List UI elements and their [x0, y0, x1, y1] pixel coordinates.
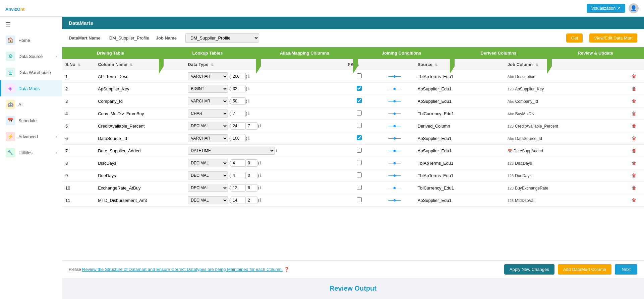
dtype-precision-input[interactable]: [231, 184, 246, 192]
mapping-arrow-icon[interactable]: —●—: [388, 160, 400, 166]
visualization-button[interactable]: Visualization ↗: [587, 4, 625, 13]
delete-row-icon[interactable]: 🗑: [632, 111, 636, 116]
info-icon[interactable]: ℹ: [260, 160, 261, 165]
delete-row-icon[interactable]: 🗑: [632, 160, 636, 166]
info-icon[interactable]: ℹ: [260, 198, 261, 203]
dtype-precision-input[interactable]: [231, 135, 246, 142]
pk-checkbox[interactable]: [357, 110, 362, 116]
get-button[interactable]: Get: [566, 33, 583, 43]
mapping-arrow-icon[interactable]: —●—: [388, 123, 400, 129]
delete-row-icon[interactable]: 🗑: [632, 173, 636, 178]
dtype-scale-input[interactable]: [246, 172, 257, 179]
wizard-step-joining[interactable]: Joining Conditions: [353, 47, 450, 59]
pk-checkbox[interactable]: [357, 86, 362, 91]
info-icon[interactable]: ℹ: [260, 185, 261, 190]
delete-row-icon[interactable]: 🗑: [632, 74, 636, 79]
sidebar-item-datawarehouse[interactable]: 🗄 Data Warehouse: [0, 64, 62, 80]
mapping-arrow-icon[interactable]: —●—: [388, 148, 400, 153]
info-icon[interactable]: ℹ: [260, 123, 261, 128]
info-icon[interactable]: ℹ: [248, 136, 250, 141]
job-name-select[interactable]: DM_Supplier_Profile: [185, 33, 259, 43]
sort-datatype-icon[interactable]: ⇅: [211, 63, 214, 67]
sort-source-icon[interactable]: ⇅: [435, 63, 437, 67]
pk-checkbox[interactable]: [357, 98, 362, 103]
sidebar-item-advanced[interactable]: ⚡ Advanced ›: [0, 129, 62, 145]
sort-jobcol-icon[interactable]: ⇅: [535, 63, 538, 67]
dtype-select[interactable]: VARCHAR: [188, 72, 228, 80]
dtype-select[interactable]: DECIMAL: [188, 196, 228, 204]
pk-checkbox[interactable]: [357, 172, 362, 177]
pk-checkbox[interactable]: [357, 197, 362, 202]
info-icon[interactable]: ℹ: [260, 173, 261, 178]
dtype-select[interactable]: BIGINT: [188, 85, 228, 93]
dtype-precision-input[interactable]: [231, 110, 246, 117]
info-icon[interactable]: ℹ: [248, 111, 250, 116]
sidebar-item-ai[interactable]: 🤖 AI: [0, 96, 62, 113]
wizard-step-driving[interactable]: Driving Table: [62, 47, 159, 59]
pk-checkbox[interactable]: [357, 135, 362, 140]
mapping-arrow-icon[interactable]: —●—: [388, 197, 400, 203]
mapping-arrow-icon[interactable]: —●—: [388, 185, 400, 191]
sort-colname-icon[interactable]: ⇅: [130, 63, 132, 67]
sidebar-item-utilities[interactable]: 🔧 Utilities ›: [0, 145, 62, 161]
dtype-select[interactable]: CHAR: [188, 109, 228, 118]
dtype-precision-input[interactable]: [231, 159, 246, 167]
info-icon[interactable]: ℹ: [276, 148, 277, 153]
pk-checkbox[interactable]: [357, 123, 362, 128]
dtype-precision-input[interactable]: [231, 172, 246, 179]
dtype-precision-input[interactable]: [231, 85, 246, 92]
info-icon[interactable]: ℹ: [248, 74, 250, 79]
help-icon[interactable]: ❓: [284, 267, 289, 272]
mapping-arrow-icon[interactable]: —●—: [388, 73, 400, 79]
wizard-step-derived[interactable]: Derived Columns: [450, 47, 547, 59]
dtype-select[interactable]: DECIMAL: [188, 184, 228, 192]
delete-row-icon[interactable]: 🗑: [632, 198, 636, 203]
delete-row-icon[interactable]: 🗑: [632, 86, 636, 91]
dtype-precision-input[interactable]: [231, 97, 246, 105]
notice-link[interactable]: Review the Structure of Datamart and Ens…: [82, 267, 283, 272]
delete-row-icon[interactable]: 🗑: [632, 148, 636, 153]
mapping-arrow-icon[interactable]: —●—: [388, 110, 400, 116]
dtype-precision-input[interactable]: [231, 197, 246, 204]
mapping-arrow-icon[interactable]: —●—: [388, 98, 400, 104]
next-button[interactable]: Next: [615, 264, 637, 275]
sidebar-item-schedule[interactable]: 📅 Schedule: [0, 113, 62, 129]
sidebar-item-home[interactable]: 🏠 Home: [0, 32, 62, 48]
user-avatar[interactable]: 👤: [629, 3, 639, 13]
delete-row-icon[interactable]: 🗑: [632, 185, 636, 191]
delete-row-icon[interactable]: 🗑: [632, 123, 636, 129]
sidebar-item-datasource[interactable]: ⚙ Data Source ›: [0, 48, 62, 64]
delete-row-icon[interactable]: 🗑: [632, 98, 636, 104]
apply-changes-button[interactable]: Apply New Changes: [504, 264, 554, 275]
dtype-precision-input[interactable]: [231, 122, 246, 130]
dtype-select[interactable]: DECIMAL: [188, 171, 228, 179]
wizard-step-lookup[interactable]: Lookup Tables: [159, 47, 256, 59]
hamburger-menu[interactable]: ☰: [0, 17, 62, 32]
pk-checkbox[interactable]: [357, 160, 362, 165]
info-icon[interactable]: ℹ: [248, 98, 250, 103]
dtype-scale-input[interactable]: [246, 197, 257, 204]
delete-row-icon[interactable]: 🗑: [632, 136, 636, 141]
wizard-step-review[interactable]: Review & Update: [547, 47, 644, 59]
mapping-arrow-icon[interactable]: —●—: [388, 172, 400, 178]
dtype-select[interactable]: DECIMAL: [188, 159, 228, 167]
dtype-select[interactable]: VARCHAR: [188, 134, 228, 142]
dtype-scale-input[interactable]: [246, 122, 257, 130]
pk-checkbox[interactable]: [357, 73, 362, 78]
view-edit-button[interactable]: View/Edit Data Mart: [589, 33, 637, 43]
sort-sno-icon[interactable]: ⇅: [78, 63, 80, 67]
pk-checkbox[interactable]: [357, 148, 362, 153]
mapping-arrow-icon[interactable]: —●—: [388, 135, 400, 141]
dtype-scale-input[interactable]: [246, 184, 257, 192]
dtype-select[interactable]: VARCHAR: [188, 97, 228, 105]
add-datamart-column-button[interactable]: Add DataMart Column: [558, 264, 612, 275]
mapping-arrow-icon[interactable]: —●—: [388, 86, 400, 91]
pk-checkbox[interactable]: [357, 185, 362, 190]
sidebar-item-datamarts[interactable]: ◈ Data Marts: [0, 80, 62, 96]
dtype-precision-input[interactable]: [231, 73, 246, 80]
info-icon[interactable]: ℹ: [248, 86, 250, 91]
dtype-select[interactable]: DECIMAL: [188, 122, 228, 130]
dtype-scale-input[interactable]: [246, 159, 257, 167]
wizard-step-alias[interactable]: Alias/Mapping Columns: [256, 47, 353, 59]
dtype-select[interactable]: DATETIME: [188, 147, 275, 155]
